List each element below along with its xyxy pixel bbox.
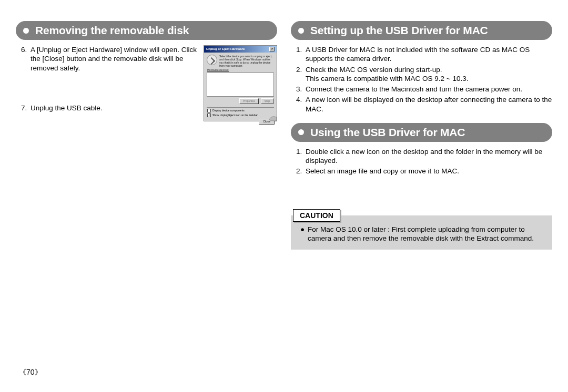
item-text: Unplug the USB cable. [31,104,199,112]
left-column: Removing the removable disk 6. A [Unplug… [16,21,277,250]
using-item-1: 1. Double click a new icon on the deskto… [291,147,552,166]
dialog-message: Select the device you want to unplug or … [219,55,274,67]
setup-item-4: 4. A new icon will be displayed on the d… [291,95,552,114]
caution-text: For Mac OS 10.0 or later : First complet… [308,225,546,243]
heading-setup-usb-mac: Setting up the USB Driver for MAC [291,21,552,40]
dialog-field-label: Hardware devices: [207,68,273,71]
setup-item-2: 2. Check the MAC OS version during start… [291,65,552,84]
properties-button: Properties [239,98,259,104]
heading-text: Using the USB Driver for MAC [310,126,465,139]
item-number: 7. [21,104,31,112]
heading-text: Setting up the USB Driver for MAC [310,24,488,37]
left-item-6: 6. A [Unplug or Eject Hardware] window w… [16,45,199,73]
heading-bullet-icon [298,129,304,135]
eject-icon [207,55,217,65]
bullet-icon: ● [300,225,308,243]
using-item-2: 2. Select an image file and copy or move… [291,167,552,176]
checkbox-display-components: Display device components [204,108,277,113]
item-text: A [Unplug or Eject Hardware] window will… [31,45,199,73]
usb-cable-icon [269,114,277,121]
right-column: Setting up the USB Driver for MAC 1. A U… [291,21,552,250]
heading-text: Removing the removable disk [35,24,189,37]
page-number: 《70》 [19,368,42,377]
stop-button: Stop [261,98,273,104]
heading-removing-disk: Removing the removable disk [16,21,277,40]
heading-bullet-icon [298,28,304,34]
heading-using-usb-mac: Using the USB Driver for MAC [291,123,552,142]
dialog-help-icon: ? [269,47,275,51]
setup-item-1: 1. A USB Driver for MAC is not included … [291,45,552,64]
left-item-7: 7. Unplug the USB cable. [16,104,199,112]
heading-bullet-icon [23,28,29,34]
unplug-eject-dialog: Unplug or Eject Hardware ? Select the de… [204,45,277,121]
setup-item-3: 3. Connect the camera to the Macintosh a… [291,85,552,94]
item-number: 6. [21,45,31,73]
checkbox-show-icon: ✓ Show Unplug/Eject icon on the taskbar [204,113,277,118]
dialog-device-list [207,73,274,97]
dialog-title: Unplug or Eject Hardware [206,47,245,51]
caution-label: CAUTION [293,209,340,222]
